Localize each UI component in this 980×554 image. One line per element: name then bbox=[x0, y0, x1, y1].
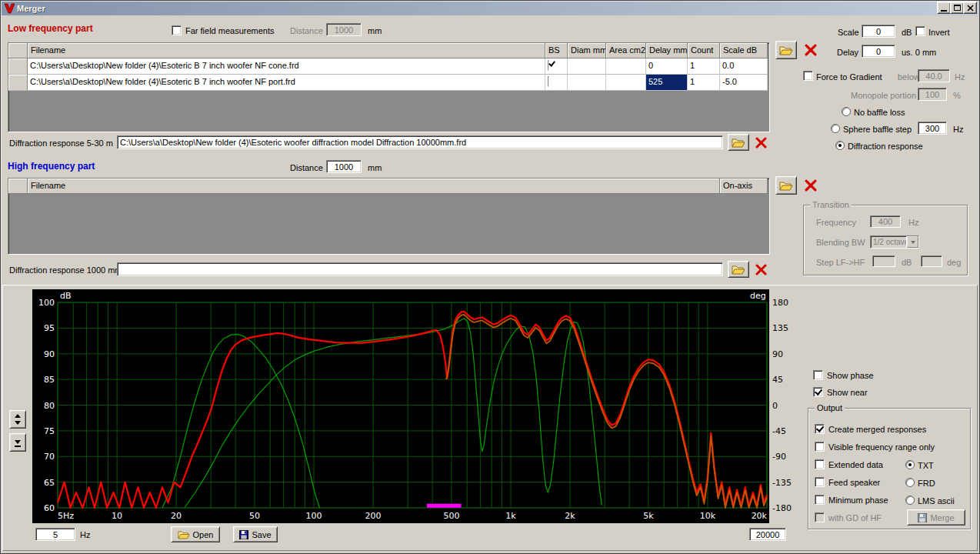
sphere-baffle-radio[interactable] bbox=[831, 124, 840, 133]
delay-cell-selected[interactable]: 525 bbox=[646, 75, 688, 91]
hf-header-onaxis: On-axis bbox=[720, 179, 768, 194]
low-frequency-unit: Hz bbox=[80, 530, 90, 539]
bs-cell[interactable] bbox=[545, 75, 568, 91]
filename-cell[interactable]: C:\Users\a\Desktop\New folder (4)\Esoter… bbox=[28, 58, 545, 75]
save-disk-icon bbox=[239, 530, 248, 539]
monopole-unit: % bbox=[953, 91, 961, 100]
show-phase-checkbox[interactable] bbox=[813, 370, 823, 380]
step-db-unit: dB bbox=[902, 258, 912, 267]
hf-clear-button[interactable] bbox=[800, 176, 822, 195]
svg-text:20k: 20k bbox=[752, 511, 768, 521]
diam-cell[interactable] bbox=[568, 75, 606, 91]
count-cell[interactable]: 1 bbox=[688, 75, 720, 91]
diffraction-response-radio[interactable] bbox=[835, 141, 845, 150]
show-near-checkbox[interactable] bbox=[813, 387, 823, 397]
feed-speaker-checkbox[interactable] bbox=[815, 477, 825, 487]
red-x-icon bbox=[805, 179, 817, 192]
lf-open-file-button[interactable] bbox=[775, 41, 797, 59]
count-cell[interactable]: 1 bbox=[688, 58, 720, 75]
y-scale-expand-button[interactable] bbox=[9, 410, 26, 429]
row-selector[interactable] bbox=[8, 75, 28, 91]
scale-cell[interactable]: -5.0 bbox=[720, 75, 768, 91]
scale-input[interactable] bbox=[862, 25, 895, 38]
diffraction-response-label: Diffraction response bbox=[848, 142, 923, 151]
format-frd-radio[interactable] bbox=[905, 478, 915, 487]
lf-distance-unit: mm bbox=[368, 26, 382, 35]
bs-checkbox[interactable] bbox=[548, 76, 549, 87]
force-gradient-checkbox[interactable] bbox=[803, 71, 813, 81]
expand-vertical-icon bbox=[13, 413, 22, 426]
filename-cell[interactable]: C:\Users\a\Desktop\New folder (4)\Esoter… bbox=[28, 75, 545, 91]
svg-text:135: 135 bbox=[772, 323, 788, 333]
diam-cell[interactable] bbox=[568, 58, 606, 75]
below-unit: Hz bbox=[955, 72, 965, 82]
delay-cell[interactable]: 0 bbox=[646, 58, 688, 75]
table-row[interactable]: C:\Users\a\Desktop\New folder (4)\Esoter… bbox=[8, 75, 769, 91]
lf-clear-button[interactable] bbox=[800, 41, 822, 59]
svg-text:5k: 5k bbox=[643, 511, 654, 521]
format-lms-radio[interactable] bbox=[905, 496, 915, 505]
bs-cell[interactable] bbox=[545, 58, 568, 75]
blending-bw-value: 1/2 octaves bbox=[871, 238, 906, 246]
red-x-icon bbox=[755, 264, 767, 275]
blending-bw-select: 1/2 octaves bbox=[870, 235, 919, 249]
hf-diffraction-file-input[interactable] bbox=[117, 262, 723, 276]
no-baffle-loss-radio[interactable] bbox=[842, 107, 851, 116]
extended-data-checkbox[interactable] bbox=[815, 459, 825, 469]
format-txt-radio[interactable] bbox=[905, 460, 915, 469]
merge-button[interactable]: Merge bbox=[907, 509, 965, 526]
lf-diffraction-file-input[interactable] bbox=[117, 135, 723, 149]
save-button[interactable]: Save bbox=[233, 526, 278, 542]
invert-checkbox[interactable] bbox=[915, 26, 925, 36]
svg-text:500: 500 bbox=[443, 511, 459, 521]
lf-header-count: Count bbox=[688, 43, 720, 58]
minimize-button[interactable] bbox=[937, 2, 951, 14]
minimum-phase-checkbox[interactable] bbox=[815, 495, 825, 505]
transition-group: Transition Frequency Hz Blending BW 1/2 … bbox=[803, 205, 968, 275]
create-merged-checkbox[interactable] bbox=[815, 424, 825, 434]
format-lms-label: LMS ascii bbox=[918, 496, 955, 506]
hf-diffraction-clear-button[interactable] bbox=[751, 261, 771, 278]
sphere-step-unit: Hz bbox=[953, 125, 963, 134]
maximize-button[interactable] bbox=[950, 2, 964, 14]
area-cell[interactable] bbox=[606, 75, 646, 91]
visible-range-checkbox[interactable] bbox=[815, 442, 825, 452]
lf-diffraction-clear-button[interactable] bbox=[751, 134, 771, 151]
area-cell[interactable] bbox=[606, 58, 646, 75]
scale-unit: dB bbox=[902, 28, 912, 37]
hf-distance-input[interactable] bbox=[326, 160, 362, 173]
far-field-checkbox[interactable] bbox=[172, 25, 182, 35]
open-button[interactable]: Open bbox=[171, 526, 220, 542]
svg-text:90: 90 bbox=[44, 349, 55, 359]
minimize-icon bbox=[941, 10, 947, 12]
step-lf-hf-label: Step LF->HF bbox=[816, 258, 865, 267]
svg-text:95: 95 bbox=[44, 323, 55, 333]
svg-text:50: 50 bbox=[249, 511, 260, 521]
scale-cell[interactable]: 0.0 bbox=[720, 58, 768, 75]
open-folder-icon bbox=[732, 265, 745, 275]
lf-header-diam: Diam mm bbox=[568, 43, 606, 58]
bs-checkbox[interactable] bbox=[548, 60, 549, 71]
table-row[interactable]: C:\Users\a\Desktop\New folder (4)\Esoter… bbox=[8, 58, 769, 75]
merge-button-label: Merge bbox=[930, 513, 954, 522]
low-frequency-limit-input[interactable] bbox=[35, 528, 75, 541]
lf-diffraction-open-button[interactable] bbox=[728, 134, 749, 151]
delay-input[interactable] bbox=[862, 45, 895, 58]
transition-frequency-label: Frequency bbox=[816, 218, 856, 227]
lf-header-scale: Scale dB bbox=[720, 43, 768, 58]
step-db-input bbox=[872, 255, 895, 267]
minimum-phase-label: Minimum phase bbox=[828, 496, 888, 505]
close-button[interactable] bbox=[963, 2, 977, 14]
hf-table-header: Filename On-axis bbox=[8, 179, 769, 194]
y-scale-fit-button[interactable] bbox=[9, 433, 26, 452]
visible-range-label: Visible frequency range only bbox=[828, 442, 935, 452]
with-gd-label: with GD of HF bbox=[828, 513, 882, 522]
open-folder-icon bbox=[732, 138, 745, 148]
hf-diffraction-open-button[interactable] bbox=[728, 261, 749, 278]
hf-open-file-button[interactable] bbox=[775, 176, 797, 195]
high-frequency-limit-input[interactable] bbox=[749, 528, 786, 541]
response-chart: 100959085807570656018013590450-45-90-135… bbox=[32, 289, 792, 523]
sphere-step-input[interactable] bbox=[918, 122, 947, 135]
row-selector[interactable] bbox=[8, 58, 28, 75]
collapse-vertical-icon bbox=[13, 436, 22, 449]
